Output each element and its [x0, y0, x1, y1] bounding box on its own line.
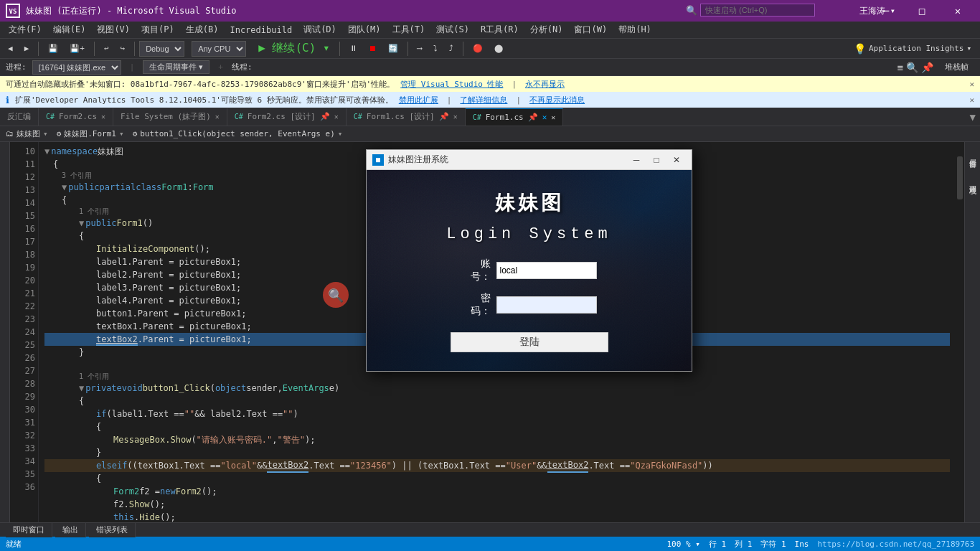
tb-save[interactable]: 💾: [43, 42, 63, 55]
app-insights-label[interactable]: Application Insights: [869, 44, 963, 53]
code-line-32: else if ((textBox1.Text == "local" && te…: [44, 459, 950, 472]
tb-back[interactable]: ◀: [3, 42, 18, 55]
tab-immediate[interactable]: 即时窗口: [6, 523, 52, 537]
tb-icon2[interactable]: 🔍: [906, 62, 918, 73]
blog-link[interactable]: https://blog.csdn.net/qq_27189763: [817, 540, 974, 549]
process-select[interactable]: [16764] 妹妹图.exe: [32, 60, 121, 75]
tab-errorlist[interactable]: 错误列表: [89, 523, 136, 537]
tb-bp[interactable]: 🔴: [468, 42, 488, 55]
tb-stepover[interactable]: ⤵: [428, 42, 443, 55]
menu-analyze[interactable]: 分析(N): [524, 22, 569, 38]
tb-stepout[interactable]: ⤴: [444, 42, 458, 55]
warning1-close[interactable]: ✕: [969, 80, 974, 89]
app-insights-area: 💡 Application Insights ▾: [848, 43, 977, 55]
refcount-26: 1 个引用: [44, 372, 950, 382]
menu-edit[interactable]: 编辑(E): [47, 22, 92, 38]
solution-icon: 🗂: [6, 129, 14, 138]
menu-help[interactable]: 帮助(H): [613, 22, 657, 38]
tab-form2design[interactable]: C# Form2.cs [设计] 📌 ✕: [227, 108, 347, 126]
tb-restart[interactable]: 🔄: [383, 42, 403, 55]
right-sidebar-labels: 属性窗口 调用堆栈: [964, 142, 980, 522]
sep4: [339, 42, 340, 56]
debug-select[interactable]: Debug: [139, 41, 184, 57]
menu-project[interactable]: 项目(P): [136, 22, 180, 38]
tab-form1cs[interactable]: C# Form1.cs 📌 ✕ ✕: [466, 108, 564, 126]
lifecycle-btn[interactable]: 生命周期事件 ▾: [143, 60, 209, 74]
menu-build[interactable]: 生成(B): [180, 22, 225, 38]
username-input[interactable]: [496, 262, 597, 279]
mini-scrollbar[interactable]: [956, 142, 964, 522]
app-close-btn[interactable]: ✕: [667, 153, 686, 167]
password-input[interactable]: [496, 296, 597, 314]
tab-filesystem[interactable]: File System (妹子图) ✕: [113, 108, 227, 126]
tb-undo[interactable]: ↩: [99, 42, 114, 55]
callstack-label[interactable]: 调用堆栈: [966, 175, 979, 187]
tab-form2design-close[interactable]: ✕: [334, 113, 339, 121]
app-insights-arrow[interactable]: ▾: [966, 44, 971, 53]
tab-scroll-right[interactable]: ▼: [966, 111, 980, 123]
continue-button[interactable]: ▶ 继续(C) ▾: [253, 39, 334, 58]
warning1-link1[interactable]: 管理 Visual Studio 性能: [400, 79, 503, 90]
tab-filesystem-close[interactable]: ✕: [215, 113, 220, 121]
title-bar: VS 妹妹图 (正在运行) - Microsoft Visual Studio …: [0, 0, 980, 22]
tab-form1design-close[interactable]: ✕: [453, 113, 458, 121]
tab-form1cs-close[interactable]: ✕: [551, 113, 555, 121]
menu-file[interactable]: 文件(F): [3, 22, 47, 38]
stack-btn[interactable]: 堆栈帧: [945, 62, 969, 72]
app-win-controls: ─ □ ✕: [627, 153, 686, 167]
code-line-29: {: [44, 420, 950, 433]
tab-form1design[interactable]: C# Form1.cs [设计] 📌 ✕: [347, 108, 466, 126]
zoom-level[interactable]: 100 % ▾: [666, 540, 699, 549]
ns-icon: ⚙: [57, 129, 62, 138]
menu-incredibuild[interactable]: Incredibuild: [224, 22, 298, 38]
warning1-link2[interactable]: 永不再显示: [525, 79, 565, 90]
app-main-title: 妹妹图: [495, 189, 564, 217]
login-button[interactable]: 登陆: [451, 332, 608, 352]
tb-saveall[interactable]: 💾+: [65, 42, 90, 55]
pin-icon: 📌: [320, 112, 330, 121]
warning2-link2[interactable]: 了解详细信息: [460, 95, 507, 105]
tb-icon3[interactable]: 📌: [921, 62, 933, 73]
tb-redo[interactable]: ↪: [116, 42, 131, 55]
warning2-close[interactable]: ✕: [969, 95, 974, 105]
properties-label[interactable]: 属性窗口: [966, 149, 979, 161]
tab-disassembly[interactable]: 反汇编: [0, 108, 39, 126]
warning2-text: 扩展'Developer Analytics Tools 8.12.10405.…: [15, 95, 393, 105]
tb-icon1[interactable]: ≡: [897, 62, 903, 73]
close-button[interactable]: ✕: [941, 0, 974, 22]
quick-launch-input[interactable]: [700, 4, 815, 17]
scrollbar-thumb[interactable]: [957, 156, 963, 199]
tab-output[interactable]: 输出: [55, 523, 86, 537]
user-label[interactable]: 王海涛 ▾: [854, 0, 901, 22]
warning2-link1[interactable]: 禁用此扩展: [399, 95, 438, 105]
tb-stop[interactable]: ⏹: [364, 42, 382, 55]
cursor-pos-char: 字符 1: [760, 539, 786, 550]
quick-launch-area: 🔍: [686, 4, 815, 17]
menu-bar: 文件(F) 编辑(E) 视图(V) 项目(P) 生成(B) Incredibui…: [0, 22, 980, 39]
platform-select[interactable]: Any CPU: [192, 41, 246, 57]
menu-window[interactable]: 窗口(W): [568, 22, 613, 38]
app-restore-btn[interactable]: □: [647, 153, 666, 167]
cs-icon-4: C#: [473, 113, 481, 121]
toolbar-right-icons: ≡ 🔍 📌: [897, 62, 933, 73]
warning2-link3[interactable]: 不再显示此消息: [529, 95, 585, 105]
menu-view[interactable]: 视图(V): [91, 22, 136, 38]
cs-icon-2: C#: [235, 113, 243, 121]
tb-fwd[interactable]: ▶: [19, 42, 34, 55]
menu-team[interactable]: 团队(M): [342, 22, 387, 38]
menu-test[interactable]: 测试(S): [430, 22, 475, 38]
menu-rtools[interactable]: R工具(R): [475, 22, 524, 38]
tb-step[interactable]: ⟶: [413, 42, 428, 55]
app-minimize-btn[interactable]: ─: [627, 153, 646, 167]
tab-form2cs-close[interactable]: ✕: [101, 113, 105, 121]
menu-tools[interactable]: 工具(T): [387, 22, 431, 38]
warning1-text: 可通过自动隐藏或折叠'未知窗口: 08a1bf1d-7967-4afc-8253…: [6, 79, 395, 90]
status-bar: 就绪 100 % ▾ 行 1 列 1 字符 1 Ins https://blog…: [0, 537, 980, 551]
tab-form2cs[interactable]: C# Form2.cs ✕: [39, 108, 113, 126]
password-row: 密码：: [462, 292, 597, 318]
tb-bp2[interactable]: ⬤: [489, 42, 508, 55]
sep1: [38, 42, 39, 56]
menu-debug[interactable]: 调试(D): [298, 22, 342, 38]
restore-button[interactable]: □: [905, 0, 938, 22]
tb-pause[interactable]: ⏸: [344, 42, 362, 55]
